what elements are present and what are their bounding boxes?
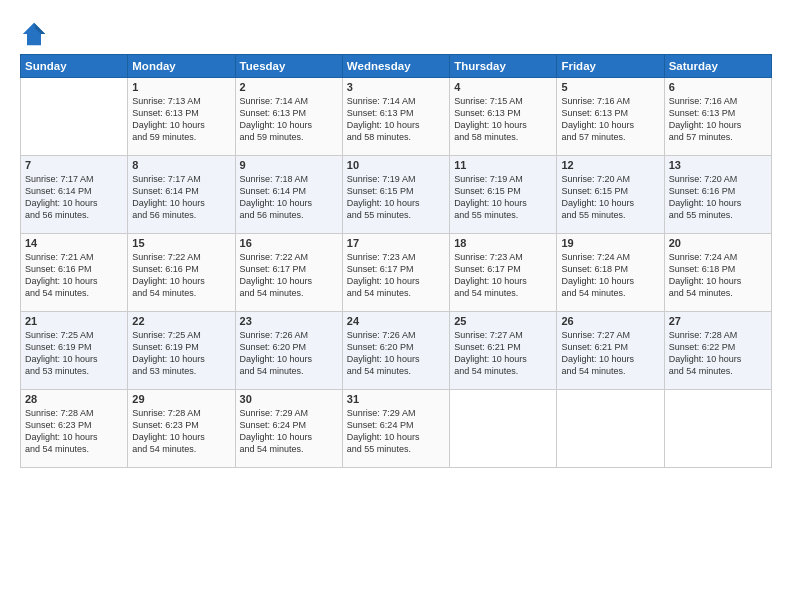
day-cell [450, 390, 557, 468]
day-cell: 19Sunrise: 7:24 AM Sunset: 6:18 PM Dayli… [557, 234, 664, 312]
day-cell: 21Sunrise: 7:25 AM Sunset: 6:19 PM Dayli… [21, 312, 128, 390]
day-number: 22 [132, 315, 230, 327]
day-cell: 30Sunrise: 7:29 AM Sunset: 6:24 PM Dayli… [235, 390, 342, 468]
day-cell: 25Sunrise: 7:27 AM Sunset: 6:21 PM Dayli… [450, 312, 557, 390]
day-cell: 12Sunrise: 7:20 AM Sunset: 6:15 PM Dayli… [557, 156, 664, 234]
day-cell: 4Sunrise: 7:15 AM Sunset: 6:13 PM Daylig… [450, 78, 557, 156]
cell-info: Sunrise: 7:23 AM Sunset: 6:17 PM Dayligh… [347, 251, 445, 300]
cell-info: Sunrise: 7:25 AM Sunset: 6:19 PM Dayligh… [132, 329, 230, 378]
day-number: 11 [454, 159, 552, 171]
cell-info: Sunrise: 7:22 AM Sunset: 6:17 PM Dayligh… [240, 251, 338, 300]
day-cell: 6Sunrise: 7:16 AM Sunset: 6:13 PM Daylig… [664, 78, 771, 156]
header-cell-sunday: Sunday [21, 55, 128, 78]
cell-info: Sunrise: 7:14 AM Sunset: 6:13 PM Dayligh… [347, 95, 445, 144]
day-number: 29 [132, 393, 230, 405]
cell-info: Sunrise: 7:25 AM Sunset: 6:19 PM Dayligh… [25, 329, 123, 378]
cell-info: Sunrise: 7:19 AM Sunset: 6:15 PM Dayligh… [347, 173, 445, 222]
cell-info: Sunrise: 7:17 AM Sunset: 6:14 PM Dayligh… [25, 173, 123, 222]
cell-info: Sunrise: 7:22 AM Sunset: 6:16 PM Dayligh… [132, 251, 230, 300]
header-cell-saturday: Saturday [664, 55, 771, 78]
day-number: 9 [240, 159, 338, 171]
day-cell: 5Sunrise: 7:16 AM Sunset: 6:13 PM Daylig… [557, 78, 664, 156]
cell-info: Sunrise: 7:23 AM Sunset: 6:17 PM Dayligh… [454, 251, 552, 300]
day-cell: 8Sunrise: 7:17 AM Sunset: 6:14 PM Daylig… [128, 156, 235, 234]
day-cell: 27Sunrise: 7:28 AM Sunset: 6:22 PM Dayli… [664, 312, 771, 390]
day-number: 18 [454, 237, 552, 249]
day-number: 3 [347, 81, 445, 93]
day-number: 15 [132, 237, 230, 249]
day-cell: 1Sunrise: 7:13 AM Sunset: 6:13 PM Daylig… [128, 78, 235, 156]
cell-info: Sunrise: 7:16 AM Sunset: 6:13 PM Dayligh… [561, 95, 659, 144]
day-cell: 17Sunrise: 7:23 AM Sunset: 6:17 PM Dayli… [342, 234, 449, 312]
day-number: 30 [240, 393, 338, 405]
day-cell: 7Sunrise: 7:17 AM Sunset: 6:14 PM Daylig… [21, 156, 128, 234]
day-cell: 20Sunrise: 7:24 AM Sunset: 6:18 PM Dayli… [664, 234, 771, 312]
cell-info: Sunrise: 7:20 AM Sunset: 6:15 PM Dayligh… [561, 173, 659, 222]
week-row-3: 21Sunrise: 7:25 AM Sunset: 6:19 PM Dayli… [21, 312, 772, 390]
day-cell: 16Sunrise: 7:22 AM Sunset: 6:17 PM Dayli… [235, 234, 342, 312]
day-cell: 9Sunrise: 7:18 AM Sunset: 6:14 PM Daylig… [235, 156, 342, 234]
week-row-0: 1Sunrise: 7:13 AM Sunset: 6:13 PM Daylig… [21, 78, 772, 156]
cell-info: Sunrise: 7:18 AM Sunset: 6:14 PM Dayligh… [240, 173, 338, 222]
header-cell-thursday: Thursday [450, 55, 557, 78]
day-number: 25 [454, 315, 552, 327]
header [20, 16, 772, 48]
day-number: 23 [240, 315, 338, 327]
day-cell: 26Sunrise: 7:27 AM Sunset: 6:21 PM Dayli… [557, 312, 664, 390]
day-number: 5 [561, 81, 659, 93]
day-cell: 29Sunrise: 7:28 AM Sunset: 6:23 PM Dayli… [128, 390, 235, 468]
day-number: 27 [669, 315, 767, 327]
cell-info: Sunrise: 7:20 AM Sunset: 6:16 PM Dayligh… [669, 173, 767, 222]
logo-icon [20, 20, 48, 48]
cell-info: Sunrise: 7:26 AM Sunset: 6:20 PM Dayligh… [347, 329, 445, 378]
week-row-1: 7Sunrise: 7:17 AM Sunset: 6:14 PM Daylig… [21, 156, 772, 234]
day-cell: 14Sunrise: 7:21 AM Sunset: 6:16 PM Dayli… [21, 234, 128, 312]
day-number: 1 [132, 81, 230, 93]
day-number: 21 [25, 315, 123, 327]
day-cell: 15Sunrise: 7:22 AM Sunset: 6:16 PM Dayli… [128, 234, 235, 312]
cell-info: Sunrise: 7:19 AM Sunset: 6:15 PM Dayligh… [454, 173, 552, 222]
day-number: 12 [561, 159, 659, 171]
day-number: 13 [669, 159, 767, 171]
week-row-2: 14Sunrise: 7:21 AM Sunset: 6:16 PM Dayli… [21, 234, 772, 312]
header-cell-monday: Monday [128, 55, 235, 78]
cell-info: Sunrise: 7:28 AM Sunset: 6:23 PM Dayligh… [132, 407, 230, 456]
day-number: 20 [669, 237, 767, 249]
day-number: 16 [240, 237, 338, 249]
cell-info: Sunrise: 7:28 AM Sunset: 6:23 PM Dayligh… [25, 407, 123, 456]
day-number: 2 [240, 81, 338, 93]
day-number: 8 [132, 159, 230, 171]
cell-info: Sunrise: 7:13 AM Sunset: 6:13 PM Dayligh… [132, 95, 230, 144]
header-cell-tuesday: Tuesday [235, 55, 342, 78]
calendar-table: SundayMondayTuesdayWednesdayThursdayFrid… [20, 54, 772, 468]
day-number: 7 [25, 159, 123, 171]
cell-info: Sunrise: 7:27 AM Sunset: 6:21 PM Dayligh… [454, 329, 552, 378]
cell-info: Sunrise: 7:24 AM Sunset: 6:18 PM Dayligh… [561, 251, 659, 300]
cell-info: Sunrise: 7:27 AM Sunset: 6:21 PM Dayligh… [561, 329, 659, 378]
day-cell: 2Sunrise: 7:14 AM Sunset: 6:13 PM Daylig… [235, 78, 342, 156]
day-cell: 13Sunrise: 7:20 AM Sunset: 6:16 PM Dayli… [664, 156, 771, 234]
cell-info: Sunrise: 7:28 AM Sunset: 6:22 PM Dayligh… [669, 329, 767, 378]
cell-info: Sunrise: 7:26 AM Sunset: 6:20 PM Dayligh… [240, 329, 338, 378]
day-cell: 31Sunrise: 7:29 AM Sunset: 6:24 PM Dayli… [342, 390, 449, 468]
cell-info: Sunrise: 7:21 AM Sunset: 6:16 PM Dayligh… [25, 251, 123, 300]
day-cell: 18Sunrise: 7:23 AM Sunset: 6:17 PM Dayli… [450, 234, 557, 312]
calendar-container: SundayMondayTuesdayWednesdayThursdayFrid… [0, 0, 792, 478]
day-cell: 24Sunrise: 7:26 AM Sunset: 6:20 PM Dayli… [342, 312, 449, 390]
cell-info: Sunrise: 7:17 AM Sunset: 6:14 PM Dayligh… [132, 173, 230, 222]
calendar-body: 1Sunrise: 7:13 AM Sunset: 6:13 PM Daylig… [21, 78, 772, 468]
day-number: 31 [347, 393, 445, 405]
week-row-4: 28Sunrise: 7:28 AM Sunset: 6:23 PM Dayli… [21, 390, 772, 468]
day-cell: 10Sunrise: 7:19 AM Sunset: 6:15 PM Dayli… [342, 156, 449, 234]
day-cell [664, 390, 771, 468]
header-row: SundayMondayTuesdayWednesdayThursdayFrid… [21, 55, 772, 78]
day-number: 10 [347, 159, 445, 171]
day-cell: 11Sunrise: 7:19 AM Sunset: 6:15 PM Dayli… [450, 156, 557, 234]
cell-info: Sunrise: 7:15 AM Sunset: 6:13 PM Dayligh… [454, 95, 552, 144]
day-number: 26 [561, 315, 659, 327]
header-cell-wednesday: Wednesday [342, 55, 449, 78]
day-cell: 23Sunrise: 7:26 AM Sunset: 6:20 PM Dayli… [235, 312, 342, 390]
day-cell: 28Sunrise: 7:28 AM Sunset: 6:23 PM Dayli… [21, 390, 128, 468]
logo [20, 20, 50, 48]
day-number: 14 [25, 237, 123, 249]
